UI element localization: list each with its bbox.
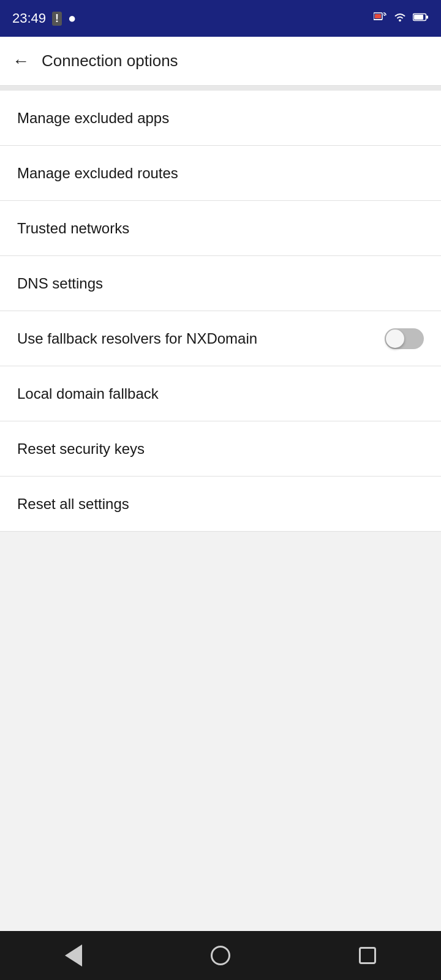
app-bar: ← Connection options xyxy=(0,37,441,86)
menu-item-reset-all-settings[interactable]: Reset all settings xyxy=(0,477,441,532)
menu-item-label-reset-all-settings: Reset all settings xyxy=(17,496,129,513)
content-area: Manage excluded appsManage excluded rout… xyxy=(0,91,441,931)
menu-item-label-trusted-networks: Trusted networks xyxy=(17,220,129,237)
menu-item-label-dns-settings: DNS settings xyxy=(17,275,103,292)
wifi-icon xyxy=(393,12,407,26)
nav-recents-button[interactable] xyxy=(349,937,386,974)
svg-point-3 xyxy=(399,19,401,21)
menu-item-manage-excluded-routes[interactable]: Manage excluded routes xyxy=(0,146,441,201)
menu-item-label-use-fallback-resolvers: Use fallback resolvers for NXDomain xyxy=(17,330,257,347)
menu-item-reset-security-keys[interactable]: Reset security keys xyxy=(0,421,441,477)
menu-list: Manage excluded appsManage excluded rout… xyxy=(0,91,441,532)
circle-indicator: ● xyxy=(68,10,76,26)
status-bar: 23:49 ! ● xyxy=(0,0,441,37)
toggle-knob-use-fallback-resolvers xyxy=(386,330,404,348)
svg-rect-1 xyxy=(375,14,381,18)
status-bar-right xyxy=(374,12,429,26)
svg-rect-6 xyxy=(426,16,428,19)
menu-item-label-reset-security-keys: Reset security keys xyxy=(17,440,145,458)
menu-item-dns-settings[interactable]: DNS settings xyxy=(0,256,441,311)
menu-item-label-manage-excluded-apps: Manage excluded apps xyxy=(17,110,169,127)
status-bar-left: 23:49 ! ● xyxy=(12,10,76,26)
toggle-use-fallback-resolvers[interactable] xyxy=(385,328,424,349)
menu-item-label-local-domain-fallback: Local domain fallback xyxy=(17,385,159,402)
menu-item-use-fallback-resolvers[interactable]: Use fallback resolvers for NXDomain xyxy=(0,311,441,366)
empty-area xyxy=(0,532,441,931)
menu-item-local-domain-fallback[interactable]: Local domain fallback xyxy=(0,366,441,421)
svg-rect-5 xyxy=(414,15,423,20)
top-divider xyxy=(0,86,441,91)
nav-home-button[interactable] xyxy=(202,937,239,974)
notification-icon: ! xyxy=(52,12,62,26)
menu-item-trusted-networks[interactable]: Trusted networks xyxy=(0,201,441,256)
battery-icon xyxy=(413,13,429,24)
menu-item-manage-excluded-apps[interactable]: Manage excluded apps xyxy=(0,91,441,146)
time-display: 23:49 xyxy=(12,10,46,26)
nav-bar xyxy=(0,931,441,980)
menu-item-label-manage-excluded-routes: Manage excluded routes xyxy=(17,165,178,182)
cast-icon xyxy=(374,12,387,26)
back-button[interactable]: ← xyxy=(12,51,29,71)
page-title: Connection options xyxy=(42,51,178,70)
nav-back-button[interactable] xyxy=(55,937,92,974)
